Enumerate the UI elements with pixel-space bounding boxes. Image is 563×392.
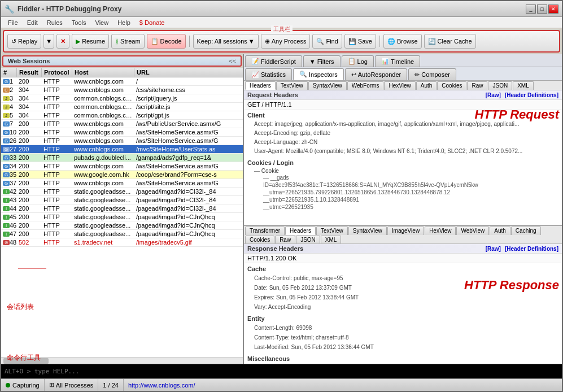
- clear-cache-label: Clear Cache: [438, 38, 472, 45]
- tab-composer[interactable]: ✏ Composer: [408, 68, 456, 80]
- table-row[interactable]: I 46 200 HTTP static.googleadsse... /pag…: [1, 221, 243, 230]
- table-row[interactable]: G 26 200 HTTP www.cnblogs.com /ws/SiteHo…: [1, 137, 243, 145]
- table-row[interactable]: G 7 200 HTTP www.cnblogs.com /ws/PublicU…: [1, 120, 243, 128]
- table-row[interactable]: G 37 200 HTTP www.cnblogs.com /ws/SiteHo…: [1, 179, 243, 188]
- table-row-selected[interactable]: G 27 200 HTTP www.cnblogs.com /mvc/SiteH…: [1, 145, 243, 154]
- table-row[interactable]: I 42 200 HTTP static.googleadsse... /pag…: [1, 188, 243, 196]
- resp-raw-link[interactable]: [Raw]: [486, 246, 501, 252]
- resp-tab-json[interactable]: JSON: [296, 236, 320, 243]
- resp-tab-syntaxview[interactable]: SyntaxView: [348, 227, 387, 235]
- command-input[interactable]: [5, 368, 558, 375]
- statistics-label: Statistics: [261, 71, 286, 78]
- tab-log[interactable]: 📋 Log: [342, 55, 374, 67]
- composer-label: Composer: [421, 71, 450, 78]
- tab-autoresponder[interactable]: ↩ AutoResponder: [345, 68, 407, 80]
- autoresponder-icon: ↩: [351, 71, 356, 79]
- resp-tab-xml[interactable]: XML: [321, 236, 342, 243]
- request-subtab-bar: Headers TextView SyntaxView WebForms Hex…: [244, 81, 562, 90]
- menu-donate[interactable]: $ Donate: [135, 19, 169, 27]
- resume-button[interactable]: ▶ Resume: [72, 34, 109, 49]
- tab-inspectors[interactable]: 🔍 Inspectors: [293, 68, 344, 80]
- table-row[interactable]: J 3 304 HTTP common.cnblogs.com /script/…: [1, 94, 243, 103]
- dropdown-arrow: ▼: [248, 38, 255, 45]
- table-row[interactable]: G 10 200 HTTP www.cnblogs.com /ws/SiteHo…: [1, 128, 243, 137]
- timeline-label: Timeline: [391, 58, 414, 65]
- menu-help[interactable]: Help: [113, 19, 135, 27]
- maximize-button[interactable]: □: [537, 5, 547, 14]
- header-defs-link[interactable]: [Header Definitions]: [505, 92, 558, 98]
- resp-tab-hexview[interactable]: HexView: [425, 227, 456, 235]
- decode-button[interactable]: 📋 Decode: [147, 34, 186, 49]
- req-headers-title: Request Headers: [247, 92, 298, 98]
- resp-tab-auth[interactable]: Auth: [490, 227, 510, 235]
- req-tab-hexview[interactable]: HexView: [384, 81, 415, 90]
- find-button[interactable]: 🔍 Find: [312, 34, 342, 49]
- processes-status[interactable]: ⊞ All Processes: [45, 379, 99, 391]
- table-row[interactable]: G 35 200 HTTP www.google.com.hk /coop/cs…: [1, 171, 243, 179]
- resp-header-defs-link[interactable]: [Header Definitions]: [505, 246, 558, 252]
- table-row[interactable]: G 1 200 HTTP www.cnblogs.com /: [1, 77, 243, 86]
- table-row[interactable]: G 33 200 HTTP pubads.g.doublecli... /gam…: [1, 154, 243, 162]
- menu-tools[interactable]: Tools: [67, 19, 91, 27]
- replay-button[interactable]: ↺ Replay: [7, 34, 41, 49]
- cookies-login-group: Cookies / Login — Cookie — __gads ID=a8e…: [244, 157, 562, 212]
- sessions-scrollbar[interactable]: [1, 357, 243, 364]
- any-process-button[interactable]: ⊕ Any Process: [261, 34, 311, 49]
- table-row[interactable]: I 47 200 HTTP static.googleadsse... /pag…: [1, 230, 243, 238]
- menu-edit[interactable]: Edit: [23, 19, 42, 27]
- resp-tab-webview[interactable]: WebView: [456, 227, 489, 235]
- req-tab-textview[interactable]: TextView: [276, 81, 308, 90]
- resp-tab-transformer[interactable]: Transformer: [245, 227, 285, 235]
- tab-timeline[interactable]: 📊 Timeline: [375, 55, 420, 67]
- table-row[interactable]: J 4 304 HTTP common.cnblogs.com /script/…: [1, 103, 243, 111]
- menu-view[interactable]: View: [91, 19, 114, 27]
- table-row[interactable]: I 44 200 HTTP static.googleadsse... /pag…: [1, 204, 243, 213]
- resp-tab-raw[interactable]: Raw: [275, 236, 295, 243]
- menu-file[interactable]: File: [3, 19, 23, 27]
- resume-label: Resume: [82, 38, 105, 45]
- collapse-sessions-button[interactable]: <<: [229, 58, 236, 64]
- req-tab-webforms[interactable]: WebForms: [347, 81, 384, 90]
- status-bar: Capturing ⊞ All Processes 1 / 24 http://…: [1, 378, 562, 391]
- raw-link[interactable]: [Raw]: [486, 92, 501, 98]
- resp-tab-cookies[interactable]: Cookies: [245, 236, 274, 243]
- table-row[interactable]: C 2 304 HTTP www.cnblogs.com /css/siteho…: [1, 86, 243, 94]
- processes-icon: ⊞: [49, 381, 54, 389]
- tab-fiddlerscript[interactable]: 📝 FiddlerScript: [245, 55, 302, 67]
- resp-tab-headers[interactable]: Headers: [285, 227, 316, 235]
- sessions-list[interactable]: G 1 200 HTTP www.cnblogs.com / C 2 304 H…: [1, 77, 243, 357]
- toolbar-label: 工具栏: [271, 25, 293, 33]
- resp-tab-imageview[interactable]: ImageView: [387, 227, 424, 235]
- minimize-button[interactable]: _: [526, 5, 536, 14]
- browse-button[interactable]: 🌐 Browse: [383, 34, 422, 49]
- close-button[interactable]: ✕: [548, 5, 558, 14]
- req-tab-json[interactable]: JSON: [488, 81, 512, 90]
- req-tab-raw[interactable]: Raw: [467, 81, 487, 90]
- table-row[interactable]: ⊘ 48 502 HTTP s1.tradecv.net /images/tra…: [1, 238, 243, 247]
- web-sessions-title: Web Sessions: [8, 58, 50, 64]
- replay-dropdown[interactable]: ▼: [43, 34, 54, 49]
- fiddlerscript-label: FiddlerScript: [261, 58, 296, 65]
- tab-statistics[interactable]: 📈 Statistics: [245, 68, 292, 80]
- resp-tab-textview[interactable]: TextView: [316, 227, 348, 235]
- app-icon: 🔧: [5, 5, 14, 14]
- table-row[interactable]: G 34 200 HTTP www.cnblogs.com /ws/SiteHo…: [1, 162, 243, 171]
- req-tab-cookies[interactable]: Cookies: [437, 81, 466, 90]
- resp-tab-caching[interactable]: Caching: [511, 227, 541, 235]
- menu-rules[interactable]: Rules: [42, 19, 67, 27]
- stream-button[interactable]: ⟫ Stream: [111, 34, 144, 49]
- pages-status: 1 / 24: [98, 379, 124, 391]
- req-tab-xml[interactable]: XML: [513, 81, 534, 90]
- url-label: http://www.cnblogs.com/: [128, 382, 195, 389]
- stop-button[interactable]: ✕: [56, 34, 69, 49]
- save-button[interactable]: 💾 Save: [344, 34, 376, 49]
- req-tab-auth[interactable]: Auth: [416, 81, 437, 90]
- keep-sessions-dropdown[interactable]: Keep: All sessions ▼: [193, 34, 259, 49]
- tab-filters[interactable]: ▼ Filters: [303, 55, 341, 67]
- req-tab-headers[interactable]: Headers: [245, 81, 276, 90]
- table-row[interactable]: I 45 200 HTTP static.googleadsse... /pag…: [1, 213, 243, 221]
- table-row[interactable]: J 5 304 HTTP common.cnblogs.com /script/…: [1, 111, 243, 120]
- req-tab-syntaxview[interactable]: SyntaxView: [308, 81, 347, 90]
- table-row[interactable]: I 43 200 HTTP static.googleadsse... /pag…: [1, 196, 243, 204]
- clear-cache-button[interactable]: 🔄 Clear Cache: [424, 34, 476, 49]
